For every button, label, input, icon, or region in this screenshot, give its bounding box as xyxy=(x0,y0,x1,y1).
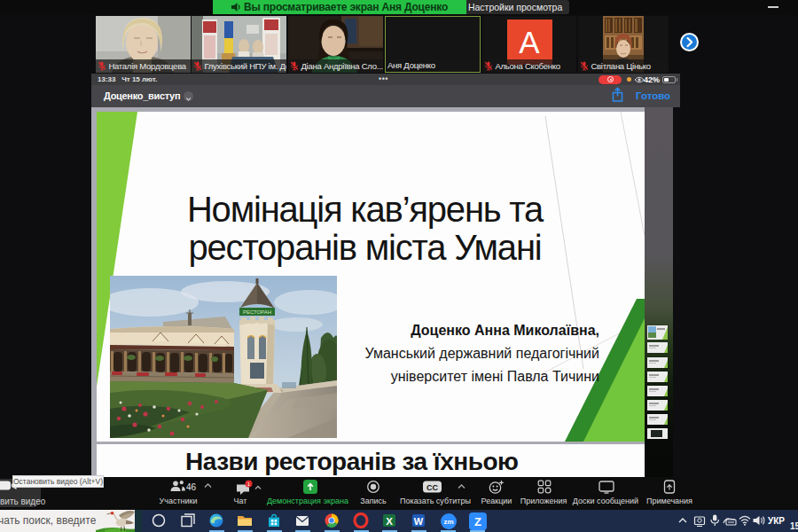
svg-text:CC: CC xyxy=(426,483,438,492)
svg-text:46: 46 xyxy=(186,482,197,492)
svg-text:zm: zm xyxy=(443,518,453,526)
svg-text:РЕСТОРАН: РЕСТОРАН xyxy=(243,309,271,315)
svg-text:X: X xyxy=(386,516,393,527)
svg-text:Z: Z xyxy=(474,515,481,528)
svg-text:W: W xyxy=(414,516,424,527)
